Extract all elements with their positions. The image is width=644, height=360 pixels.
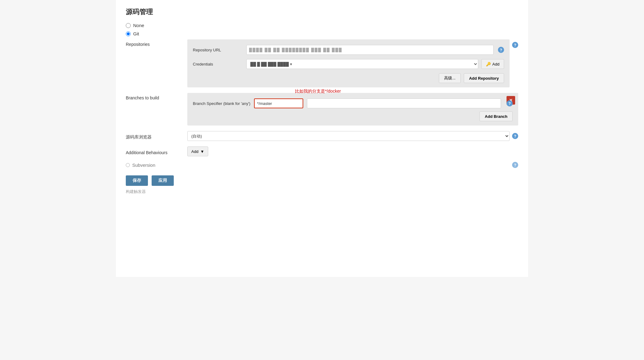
annotation-tooltip: 比如我的分支是*/docker (295, 89, 341, 94)
source-browser-help-icon[interactable]: ? (512, 133, 518, 139)
repo-panel-actions: 高级... Add Repository (193, 73, 504, 83)
credentials-label: Credentials (193, 62, 242, 66)
dropdown-arrow-icon: ▼ (200, 149, 204, 154)
branches-section: Branches to build 比如我的分支是*/docker ✕ Bran… (126, 93, 518, 126)
scm-git-row: Git (126, 31, 518, 36)
scm-svn-label[interactable]: Subversion (132, 162, 155, 168)
repo-url-row: Repository URL ? (193, 45, 504, 55)
subversion-help-icon[interactable]: ? (512, 162, 518, 168)
section-title: 源码管理 (126, 7, 518, 17)
add-repository-button[interactable]: Add Repository (464, 73, 504, 83)
branches-panel-actions: Add Branch (193, 111, 513, 121)
add-credentials-button[interactable]: 🔑 Add (481, 59, 504, 69)
branch-specifier-label: Branch Specifier (blank for 'any') (193, 101, 250, 106)
add-branch-button[interactable]: Add Branch (479, 111, 513, 121)
credentials-row: Credentials ██ █ ██ ███ ████ ▾ 🔑 Add (193, 59, 504, 69)
branch-specifier-extra-input[interactable] (307, 98, 501, 108)
scm-git-radio[interactable] (126, 31, 131, 36)
key-icon: 🔑 (486, 62, 491, 66)
save-button[interactable]: 保存 (126, 175, 148, 186)
branch-specifier-input[interactable]: */master (254, 98, 303, 108)
repo-url-help-icon[interactable]: ? (498, 47, 504, 53)
repositories-panel: Repository URL ? Credentials ██ █ ██ ███… (187, 39, 510, 87)
repo-url-label: Repository URL (193, 48, 242, 52)
repo-url-input[interactable] (246, 45, 494, 55)
branches-label: Branches to build (126, 93, 187, 100)
subversion-row: Subversion ? (126, 162, 518, 168)
scm-none-radio[interactable] (126, 23, 131, 28)
scm-none-row: None (126, 23, 518, 28)
repositories-section: Repositories Repository URL ? Credential… (126, 39, 518, 87)
additional-behaviours-label: Additional Behaviours (126, 148, 187, 155)
apply-button[interactable]: 应用 (152, 175, 174, 186)
main-container: 源码管理 None Git Repositories Repository UR… (116, 0, 528, 277)
add-credentials-label: Add (492, 62, 499, 66)
source-browser-select[interactable]: (自动) (187, 131, 510, 141)
source-browser-section: 源码库浏览器 (自动) ? (126, 131, 518, 141)
additional-behaviours-section: Additional Behaviours Add ▼ (126, 146, 518, 156)
add-behaviour-label: Add (191, 149, 198, 154)
repositories-label: Repositories (126, 39, 187, 47)
advanced-button[interactable]: 高级... (439, 73, 461, 83)
branches-panel: 比如我的分支是*/docker ✕ Branch Specifier (blan… (187, 93, 518, 126)
source-browser-label: 源码库浏览器 (126, 132, 187, 140)
branch-specifier-help-icon[interactable]: ? (507, 100, 513, 106)
scm-git-label[interactable]: Git (133, 31, 139, 36)
scm-none-label[interactable]: None (133, 23, 144, 28)
repositories-help-icon[interactable]: ? (512, 42, 518, 48)
scm-svn-radio[interactable] (126, 163, 130, 167)
credentials-select[interactable]: ██ █ ██ ███ ████ ▾ (246, 59, 478, 69)
footer-text: 构建触发器 (126, 189, 518, 194)
bottom-buttons: 保存 应用 (126, 175, 518, 186)
branch-specifier-row: Branch Specifier (blank for 'any') */mas… (193, 98, 513, 108)
add-behaviour-button[interactable]: Add ▼ (187, 146, 208, 156)
